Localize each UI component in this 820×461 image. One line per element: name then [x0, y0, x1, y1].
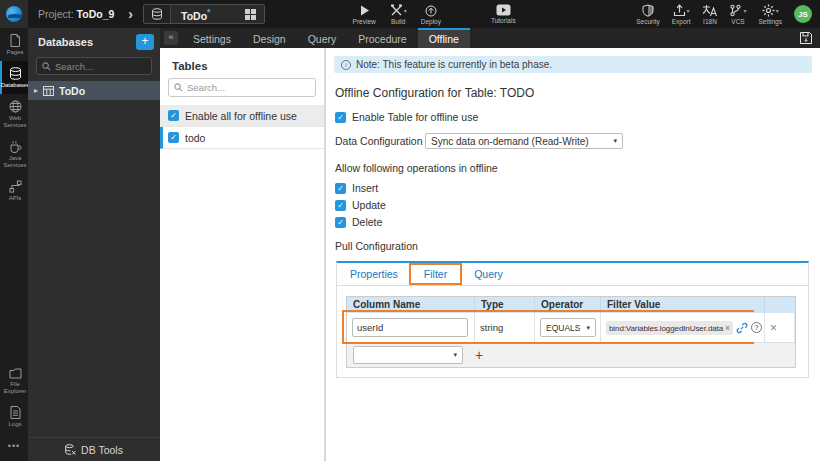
- filter-tab-content: Column Name Type Operator Filter Value s…: [337, 286, 808, 377]
- sidebar-item-apis[interactable]: APIs: [0, 174, 28, 207]
- tab-query[interactable]: Query: [297, 28, 348, 48]
- databases-search-input[interactable]: [55, 61, 146, 72]
- top-bar: Project:ToDo_9 › ToDo* Preview ▾ Build: [0, 0, 820, 28]
- insert-checkbox[interactable]: ✓: [335, 183, 346, 194]
- caret-down-icon: ▾: [743, 7, 746, 14]
- caret-down-icon: ▾: [607, 137, 617, 145]
- wavemaker-studio: Project:ToDo_9 › ToDo* Preview ▾ Build: [0, 0, 820, 461]
- filter-value-cell: bind:Variables.loggedInUser.data× ?: [601, 313, 765, 342]
- sidebar-item-file-explorer[interactable]: File Explorer: [0, 362, 28, 400]
- pull-configuration-card: Properties Filter Query Column Name Type…: [336, 261, 809, 378]
- column-name-input[interactable]: [352, 318, 468, 337]
- collapse-panel-button[interactable]: «: [164, 31, 178, 45]
- header-actions: [765, 297, 795, 313]
- enable-all-row[interactable]: ✓ Enable all for offline use: [160, 105, 324, 127]
- databases-panel-title: Databases: [38, 36, 136, 48]
- caret-down-icon: ▾: [404, 7, 407, 14]
- bind-value-text: bind:Variables.loggedInUser.data: [609, 324, 723, 333]
- enable-all-checkbox[interactable]: ✓: [168, 110, 179, 121]
- todo-checkbox[interactable]: ✓: [168, 132, 179, 143]
- tab-design[interactable]: Design: [242, 28, 297, 48]
- databases-panel-header: Databases +: [28, 28, 160, 54]
- tutorials-button[interactable]: Tutorials: [491, 4, 516, 24]
- sidebar-item-web-services[interactable]: Web Services: [0, 94, 28, 134]
- vcs-button[interactable]: ▾ VCS: [729, 4, 746, 25]
- sidebar-item-logs[interactable]: Logs: [0, 400, 28, 433]
- type-cell: string: [475, 313, 535, 342]
- security-button[interactable]: Security: [636, 4, 659, 25]
- tables-panel: Tables ✓ Enable all for offline use ✓ to…: [160, 48, 325, 461]
- tab-offline[interactable]: Offline: [418, 28, 470, 48]
- operator-select[interactable]: EQUALS ▾: [540, 318, 596, 337]
- clear-bind-icon[interactable]: ×: [725, 323, 730, 333]
- enable-table-row: ✓ Enable Table for offline use: [335, 111, 812, 123]
- help-icon[interactable]: ?: [751, 322, 762, 333]
- update-checkbox[interactable]: ✓: [335, 200, 346, 211]
- remove-row-icon[interactable]: ×: [770, 321, 777, 335]
- caret-down-icon: ▾: [687, 7, 690, 14]
- deploy-button[interactable]: Deploy: [421, 4, 441, 25]
- more-options-icon[interactable]: •••: [0, 433, 28, 461]
- tables-search[interactable]: [168, 78, 316, 97]
- databases-icon: [9, 67, 22, 80]
- table-row-todo[interactable]: ✓ todo: [160, 127, 324, 149]
- beta-note-text: Note: This feature is currently in beta …: [356, 59, 552, 70]
- build-button[interactable]: ▾ Build: [390, 4, 407, 25]
- caret-down-icon: ▾: [447, 351, 457, 359]
- database-icon: [144, 5, 171, 23]
- apps-grid-icon[interactable]: [245, 9, 256, 20]
- tree-item-label: ToDo: [59, 85, 85, 97]
- tab-procedure[interactable]: Procedure: [347, 28, 417, 48]
- add-database-button[interactable]: +: [136, 34, 154, 50]
- operator-cell: EQUALS ▾: [535, 313, 601, 342]
- databases-search[interactable]: [36, 57, 152, 75]
- modified-indicator: *: [207, 7, 211, 17]
- db-tools-button[interactable]: DB Tools: [28, 437, 160, 461]
- workspace-tab-label: ToDo*: [171, 7, 217, 22]
- tutorials-label: Tutorials: [491, 17, 516, 24]
- preview-button[interactable]: Preview: [353, 4, 376, 25]
- pull-tab-filter[interactable]: Filter: [411, 263, 461, 285]
- sidebar-item-java-services[interactable]: Java Services: [0, 134, 28, 174]
- header-type: Type: [475, 297, 535, 313]
- pull-tab-properties[interactable]: Properties: [337, 263, 411, 285]
- file-explorer-icon: [9, 368, 22, 379]
- delete-label: Delete: [352, 216, 382, 228]
- sidebar-item-pages[interactable]: Pages: [0, 28, 28, 61]
- apis-icon: [9, 180, 22, 193]
- export-label: Export: [672, 18, 691, 25]
- data-configuration-select[interactable]: Sync data on-demand (Read-Write) ▾: [425, 133, 623, 149]
- row-actions-cell: ×: [765, 313, 795, 342]
- header-column-name: Column Name: [347, 297, 475, 313]
- bind-link-icon[interactable]: [736, 322, 748, 334]
- search-icon: [174, 83, 183, 92]
- expand-caret-icon[interactable]: ▸: [34, 86, 38, 95]
- data-configuration-row: Data Configuration Sync data on-demand (…: [335, 133, 812, 149]
- export-button[interactable]: ▾ Export: [672, 4, 691, 25]
- update-label: Update: [352, 199, 386, 211]
- deploy-label: Deploy: [421, 18, 441, 25]
- tab-settings[interactable]: Settings: [182, 28, 242, 48]
- filter-table-header: Column Name Type Operator Filter Value: [347, 297, 795, 313]
- add-filter-button[interactable]: +: [475, 347, 483, 363]
- table-icon: [43, 86, 54, 96]
- sidebar-item-databases[interactable]: Databases: [0, 61, 28, 94]
- java-services-icon: [9, 140, 22, 153]
- delete-checkbox[interactable]: ✓: [335, 217, 346, 228]
- tables-search-input[interactable]: [187, 82, 310, 93]
- enable-table-checkbox[interactable]: ✓: [335, 112, 346, 123]
- workspace-tab-todo[interactable]: ToDo*: [143, 4, 265, 24]
- new-column-select[interactable]: ▾: [353, 346, 463, 364]
- caret-down-icon: ▾: [581, 324, 591, 332]
- app-logo[interactable]: [0, 0, 28, 28]
- caret-down-icon: ▾: [776, 7, 779, 14]
- user-avatar[interactable]: JS: [794, 5, 812, 23]
- topbar-right-actions: Security ▾ Export I18N ▾ VCS: [636, 4, 820, 25]
- pull-tab-query[interactable]: Query: [461, 263, 516, 285]
- bind-value-chip[interactable]: bind:Variables.loggedInUser.data×: [606, 321, 733, 335]
- search-icon: [42, 62, 51, 71]
- tree-item-todo[interactable]: ▸ ToDo: [28, 81, 160, 100]
- i18n-button[interactable]: I18N: [702, 4, 717, 25]
- save-button[interactable]: [799, 28, 813, 48]
- settings-button[interactable]: ▾ Settings: [759, 4, 783, 25]
